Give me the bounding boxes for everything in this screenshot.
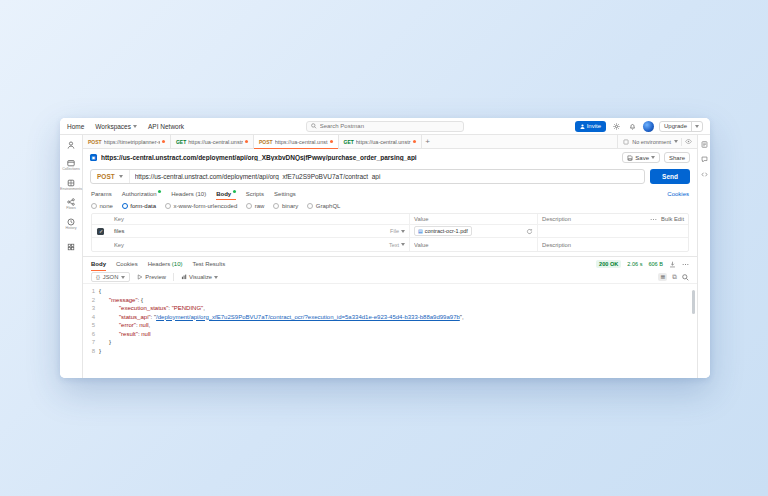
save-response-icon[interactable]: [669, 261, 676, 268]
postman-window: Home Workspaces API Network Invite Upgra…: [60, 118, 710, 378]
search-input[interactable]: [320, 123, 459, 129]
cookies-link[interactable]: Cookies: [667, 191, 689, 197]
desktop-background: { "colors":{"accent":"#ff6c37","blue":"#…: [0, 0, 768, 496]
request-tab-1[interactable]: POST https://timetripplanner-sg: [83, 135, 171, 148]
type-dropdown[interactable]: File: [390, 228, 405, 234]
chevron-down-icon[interactable]: [651, 156, 655, 159]
vertical-scrollbar[interactable]: [692, 290, 695, 314]
invite-button[interactable]: Invite: [575, 121, 606, 132]
share-button[interactable]: Share: [664, 152, 690, 163]
code-line: 7}: [83, 338, 697, 347]
tab-label: https://ua-central.unstr: [188, 139, 243, 145]
url-input[interactable]: [130, 173, 644, 180]
method-selector[interactable]: POST: [91, 170, 130, 183]
radio-binary[interactable]: binary: [273, 203, 298, 209]
nav-workspaces[interactable]: Workspaces: [95, 123, 137, 130]
sidebar-item-collections[interactable]: Collections: [60, 156, 82, 175]
settings-gear-icon[interactable]: [611, 121, 622, 132]
status-badge: 200 OK: [596, 260, 621, 268]
response-tab-body[interactable]: Body: [91, 257, 106, 271]
key-input[interactable]: [114, 242, 318, 248]
divider: [681, 138, 682, 146]
tab-authorization[interactable]: Authorization: [122, 187, 162, 200]
more-actions-icon[interactable]: [682, 263, 689, 266]
visualize-toggle[interactable]: Visualize: [181, 274, 218, 280]
value-cell[interactable]: ▤ contract-ocr-1.pdf: [410, 225, 538, 237]
tab-body[interactable]: Body: [216, 187, 236, 200]
user-avatar[interactable]: [643, 121, 654, 132]
row-checkbox[interactable]: ✓: [92, 228, 110, 235]
preview-toggle[interactable]: Preview: [137, 274, 166, 280]
response-tab-headers[interactable]: Headers (10): [148, 257, 183, 271]
radio-form-data[interactable]: form-data: [122, 203, 156, 209]
file-actions-icon[interactable]: [526, 228, 533, 235]
copy-icon[interactable]: ⧉: [672, 273, 677, 281]
file-chip[interactable]: ▤ contract-ocr-1.pdf: [414, 226, 472, 236]
wrap-text-icon[interactable]: ≣: [658, 273, 667, 281]
radio-x-www-form-urlencoded[interactable]: x-www-form-urlencoded: [165, 203, 237, 209]
chevron-down-icon: [674, 140, 678, 143]
type-dropdown[interactable]: Text: [389, 242, 405, 248]
description-cell[interactable]: [538, 225, 688, 237]
unsaved-dot: [413, 140, 416, 143]
workbench: Collections Environments Flows History: [60, 135, 710, 378]
tab-params[interactable]: Params: [91, 187, 112, 200]
notifications-bell-icon[interactable]: [627, 121, 638, 132]
chevron-down-icon: [133, 125, 137, 128]
save-icon: [627, 155, 633, 161]
left-sidebar: Collections Environments Flows History: [60, 135, 83, 378]
request-tab-2[interactable]: GET https://ua-central.unstr: [171, 135, 254, 148]
response-body-toolbar: {} JSON Preview Visualize: [83, 271, 697, 284]
key-cell[interactable]: Text: [110, 238, 410, 251]
code-line: 3"execution_status": "PENDING",: [83, 304, 697, 313]
tab-headers[interactable]: Headers (10): [171, 187, 206, 200]
request-tab-3-active[interactable]: POST https://ua-central.unst: [254, 135, 339, 148]
save-label: Save: [635, 155, 649, 161]
sidebar-item-more[interactable]: [60, 240, 82, 254]
code-snippet-icon[interactable]: [701, 171, 708, 178]
value-header: Value: [410, 214, 538, 224]
radio-none[interactable]: none: [91, 203, 113, 209]
save-button[interactable]: Save: [622, 152, 660, 163]
tab-scripts[interactable]: Scripts: [246, 187, 264, 200]
environment-quick-look-eye-icon[interactable]: [685, 139, 692, 144]
sidebar-item-environments[interactable]: Environments: [60, 176, 82, 195]
description-input[interactable]: [542, 242, 641, 248]
code-line: 6"result": null: [83, 330, 697, 339]
key-cell[interactable]: files File: [110, 225, 410, 237]
nav-home[interactable]: Home: [67, 123, 84, 130]
environment-selector[interactable]: No environment: [617, 135, 697, 148]
search-in-body-icon[interactable]: [682, 274, 689, 281]
bulk-edit[interactable]: Bulk Edit: [650, 216, 684, 222]
request-tab-4[interactable]: GET https://ua-central.unstr: [339, 135, 422, 148]
description-cell[interactable]: [538, 238, 688, 251]
sidebar-item-profile[interactable]: [60, 139, 82, 151]
radio-graphql[interactable]: GraphQL: [307, 203, 340, 209]
bulk-edit-label: Bulk Edit: [661, 216, 684, 222]
tab-settings[interactable]: Settings: [274, 187, 296, 200]
documentation-icon[interactable]: [701, 141, 708, 148]
value-cell[interactable]: [410, 238, 538, 251]
tab-method: GET: [344, 139, 354, 145]
nav-api-network[interactable]: API Network: [148, 123, 184, 130]
upgrade-button[interactable]: Upgrade: [659, 121, 703, 132]
chevron-down-icon[interactable]: [692, 125, 702, 128]
send-button[interactable]: Send: [650, 169, 690, 184]
divider: [173, 273, 174, 281]
status-api-link[interactable]: /deployment/api/org_xfE7u2S9PoBVU7aT/con…: [156, 314, 460, 320]
sidebar-item-history[interactable]: History: [60, 215, 82, 234]
method-label: POST: [97, 173, 115, 180]
radio-raw[interactable]: raw: [246, 203, 264, 209]
value-input[interactable]: [414, 242, 497, 248]
response-json-viewer[interactable]: 1{ 2"message": { 3"execution_status": "P…: [83, 284, 697, 378]
comments-icon[interactable]: [701, 156, 708, 163]
upgrade-label: Upgrade: [660, 122, 692, 131]
unsaved-dot: [162, 140, 165, 143]
new-tab-button[interactable]: [422, 135, 434, 148]
response-tab-cookies[interactable]: Cookies: [116, 257, 138, 271]
unsaved-dot: [245, 140, 248, 143]
response-tab-test-results[interactable]: Test Results: [193, 257, 226, 271]
global-search[interactable]: [306, 121, 464, 132]
format-selector[interactable]: {} JSON: [91, 272, 130, 282]
sidebar-item-flows[interactable]: Flows: [60, 195, 82, 214]
